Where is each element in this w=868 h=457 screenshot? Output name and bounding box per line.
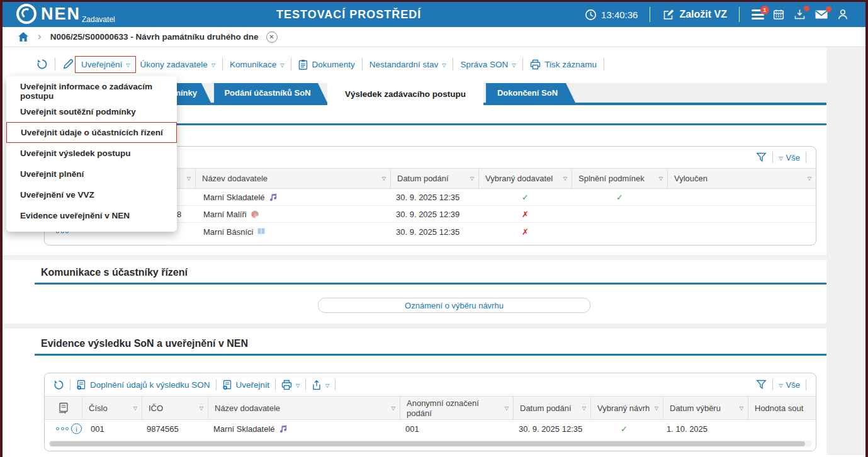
- documents-button[interactable]: Dokumenty: [298, 59, 354, 70]
- column-header-name[interactable]: Název dodavatele: [208, 397, 400, 419]
- publish-dropdown-menu: Uveřejnit informace o zadávacím postupu …: [6, 76, 177, 232]
- section-gap: [3, 255, 826, 260]
- table-row[interactable]: 001 9874565 Marní Skladatelé 001 30. 9. …: [45, 420, 816, 437]
- calendar-icon: [772, 8, 785, 21]
- selection-notice-button[interactable]: Oznámení o výběru návrhu: [318, 298, 590, 313]
- home-icon[interactable]: [18, 31, 29, 42]
- toolbar-divider: [70, 379, 70, 390]
- column-filter-icon[interactable]: [505, 405, 509, 412]
- column-filter-icon[interactable]: [659, 176, 663, 181]
- vertical-scrollbar-track[interactable]: [826, 48, 865, 455]
- tab-label: Výsledek zadávacího postupu: [345, 89, 466, 99]
- menu-item-publish-fulfillment[interactable]: Uveřejnit plnění: [6, 164, 177, 184]
- tab-completion[interactable]: Dokončení SoN: [486, 83, 575, 103]
- column-header-date[interactable]: Datum podání: [391, 169, 479, 188]
- app-header: NEN Zadavatel TESTOVACÍ PROSTŘEDÍ 13:40:…: [3, 2, 865, 27]
- record-toolbar: Uveřejnění Úkony zadavatele Komunikace D…: [37, 54, 611, 74]
- column-header-date[interactable]: Datum podání: [514, 397, 591, 419]
- nen-logo[interactable]: NEN Zadavatel: [16, 4, 114, 24]
- column-settings-icon[interactable]: [45, 397, 82, 419]
- dropdown-caret-icon: [325, 383, 329, 388]
- messages-button[interactable]: [814, 9, 828, 20]
- column-filter-icon[interactable]: [740, 405, 743, 411]
- profile-button[interactable]: [837, 8, 849, 21]
- toolbar-divider: [772, 152, 773, 163]
- dropdown-caret-icon: [211, 62, 215, 68]
- column-header-number[interactable]: Číslo: [82, 397, 142, 419]
- publish-result-button[interactable]: Uveřejnit: [222, 380, 269, 390]
- edit-record-button[interactable]: [62, 59, 74, 70]
- current-time: 13:40:36: [601, 9, 638, 20]
- scrollbar-thumb[interactable]: [50, 441, 805, 446]
- communication-section-underline: [35, 283, 826, 285]
- info-icon[interactable]: [71, 424, 82, 434]
- column-header-anonymous[interactable]: Anonymní označení podání: [400, 397, 514, 419]
- column-filter-icon[interactable]: [582, 405, 586, 411]
- column-header-ico[interactable]: IČO: [142, 397, 208, 419]
- column-header-value[interactable]: Hodnota sout: [748, 397, 816, 419]
- calendar-button[interactable]: [772, 8, 785, 21]
- column-filter-icon[interactable]: [470, 176, 474, 181]
- evidence-toolbar: Doplnění údajů k výsledku SON Uveřejnit: [45, 373, 816, 396]
- create-vz-button[interactable]: Založit VZ: [662, 8, 727, 21]
- contractor-acts-button[interactable]: Úkony zadavatele: [140, 60, 215, 69]
- show-all-button[interactable]: Vše: [786, 153, 800, 162]
- column-label: Číslo: [89, 403, 108, 413]
- toolbar-divider: [806, 379, 806, 390]
- publish-menu-button[interactable]: Uveřejnění: [75, 56, 136, 73]
- column-header-excluded[interactable]: Vyloučen: [668, 169, 816, 188]
- column-filter-icon[interactable]: [563, 176, 567, 181]
- column-header-selected[interactable]: Vybraný dodavatel: [479, 169, 572, 188]
- column-label: Název dodavatele: [202, 174, 268, 183]
- column-label: Anonymní označení podání: [407, 398, 479, 419]
- column-header-name[interactable]: Název dodavatele: [196, 169, 391, 188]
- export-share-button[interactable]: [312, 380, 329, 390]
- print-button[interactable]: [281, 380, 300, 390]
- tab-result-active[interactable]: Výsledek zadávacího postupu: [327, 83, 483, 105]
- son-admin-button[interactable]: Správa SON: [460, 60, 516, 69]
- toolbar-divider: [275, 379, 276, 390]
- horizontal-scrollbar[interactable]: [48, 441, 812, 447]
- print-label: Tisk záznamu: [544, 60, 597, 69]
- print-record-button[interactable]: Tisk záznamu: [530, 59, 597, 70]
- tab-label: Dokončení SoN: [497, 88, 558, 98]
- filter-funnel-icon[interactable]: [756, 380, 767, 390]
- downloads-button[interactable]: [793, 8, 806, 21]
- column-filter-icon[interactable]: [133, 405, 137, 411]
- dropdown-caret-icon: [126, 62, 130, 68]
- menu-item-publish-info[interactable]: Uveřejnit informace o zadávacím postupu: [6, 81, 177, 101]
- column-filter-icon[interactable]: [382, 176, 386, 181]
- submission-date: 30. 9. 2025 12:35: [396, 227, 459, 236]
- toolbar-divider: [222, 58, 223, 71]
- column-header-selection-date[interactable]: Datum výběru: [663, 397, 748, 419]
- menu-item-publication-evidence[interactable]: Evidence uveřejnění v NEN: [6, 205, 177, 226]
- menu-item-publish-conditions[interactable]: Uveřejnit soutěžní podmínky: [6, 101, 177, 122]
- column-header-selected[interactable]: Vybraný návrh: [591, 397, 663, 419]
- row-menu-icon[interactable]: [56, 427, 69, 431]
- nonstandard-state-button[interactable]: Nestandardní stav: [369, 60, 446, 69]
- column-filter-icon[interactable]: [655, 405, 658, 411]
- column-filter-icon[interactable]: [187, 176, 191, 181]
- notifications-menu-button[interactable]: 1: [752, 9, 764, 20]
- supplement-results-button[interactable]: Doplnění údajů k výsledku SON: [76, 380, 210, 390]
- toolbar-divider: [216, 379, 217, 390]
- show-all-button[interactable]: Vše: [786, 380, 800, 390]
- publish-label: Uveřejnění: [81, 60, 122, 69]
- menu-item-publish-participants[interactable]: Uveřejnit údaje o účastnících řízení: [6, 122, 177, 143]
- menu-item-publish-result[interactable]: Uveřejnit výsledek postupu: [6, 143, 177, 164]
- filter-funnel-icon[interactable]: [756, 152, 767, 162]
- evidence-table-header: Číslo IČO Název dodavatele Anonymní ozna…: [45, 396, 816, 420]
- column-filter-icon[interactable]: [392, 405, 395, 411]
- tab-submissions[interactable]: Podání účastníků SoN: [214, 83, 327, 103]
- close-record-icon[interactable]: [266, 31, 278, 43]
- column-filter-icon[interactable]: [200, 405, 203, 411]
- refresh-button[interactable]: [37, 59, 48, 70]
- column-filter-icon[interactable]: [808, 176, 811, 181]
- communication-button[interactable]: Komunikace: [230, 60, 284, 69]
- header-divider: [650, 7, 650, 22]
- menu-item-publish-vvz[interactable]: Uveřejnění ve VVZ: [6, 184, 177, 205]
- documents-label: Dokumenty: [312, 60, 354, 69]
- header-actions: 13:40:36 Založit VZ 1: [585, 2, 849, 27]
- column-header-conditions[interactable]: Splnění podmínek: [572, 169, 668, 188]
- refresh-button[interactable]: [54, 380, 64, 390]
